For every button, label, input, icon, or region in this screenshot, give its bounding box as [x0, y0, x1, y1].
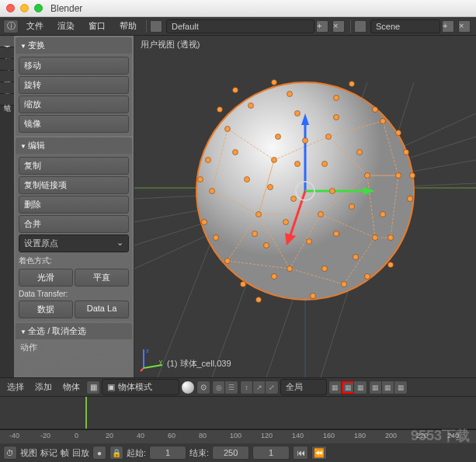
tl-menu-frame[interactable]: 帧 [61, 447, 69, 459]
rotate-button[interactable]: 旋转 [19, 76, 129, 94]
mode-dropdown[interactable]: ▣ 物体模式 [102, 379, 179, 395]
svg-point-66 [252, 231, 258, 237]
scene-add-icon[interactable]: + [442, 20, 454, 33]
svg-point-57 [245, 177, 250, 182]
svg-point-25 [396, 173, 401, 179]
svg-point-50 [268, 185, 273, 190]
vtab-physics[interactable]: 物理 [0, 82, 14, 94]
scene-field[interactable]: Scene [370, 19, 440, 33]
cube-icon: ▣ [107, 382, 115, 392]
screen-layout-field[interactable]: Default [166, 19, 314, 33]
3d-viewport[interactable]: 用户视图 (透视) [134, 36, 476, 377]
menu-help[interactable]: 帮助 [113, 18, 143, 34]
auto-keyframe-icon[interactable]: ● [92, 446, 106, 460]
transform-header[interactable]: 变换 [16, 37, 132, 54]
timeline-header: ⏱ 视图 标记 帧 回放 ● 🔒 起始: 1 结束: 250 1 ⏮ ⏪ [0, 443, 476, 462]
timeline-editor-icon[interactable]: ⏱ [3, 446, 17, 460]
svg-point-49 [410, 173, 415, 179]
editor-type-3dview-icon[interactable]: ▦ [86, 380, 100, 394]
svg-point-45 [233, 88, 238, 93]
shade-smooth-button[interactable]: 光滑 [19, 269, 73, 287]
scale-button[interactable]: 缩放 [19, 96, 129, 113]
transform-group[interactable]: ↕ ↗ ⤢ [240, 380, 279, 394]
svg-point-18 [272, 158, 277, 163]
svg-point-26 [287, 266, 293, 272]
svg-point-55 [334, 231, 339, 237]
vp-menu-add[interactable]: 添加 [30, 379, 57, 395]
layers-group-2[interactable]: ▦▦▦ [369, 380, 408, 394]
layout-add-icon[interactable]: + [316, 20, 328, 33]
svg-point-61 [276, 134, 281, 140]
vtab-tools[interactable]: 工具 [0, 36, 14, 47]
pivot-icon[interactable]: ⊙ [196, 380, 210, 394]
svg-point-71 [214, 235, 219, 241]
svg-point-40 [311, 294, 316, 299]
start-frame-field[interactable]: 1 [149, 446, 186, 460]
svg-point-73 [256, 297, 262, 303]
data-button[interactable]: 数据 [19, 300, 73, 318]
menu-file[interactable]: 文件 [20, 18, 50, 34]
vp-menu-object[interactable]: 物体 [58, 379, 85, 395]
translate-button[interactable]: 移动 [19, 57, 129, 75]
svg-point-28 [373, 235, 378, 241]
zoom-window-button[interactable] [34, 4, 43, 12]
layers-group[interactable]: ▦ ▦ ▦ [328, 380, 367, 394]
editor-type-icon[interactable]: ⓘ [3, 19, 19, 33]
timeline-track[interactable] [0, 397, 476, 429]
edit-header[interactable]: 编辑 [16, 137, 132, 154]
scene-browse-icon[interactable] [354, 20, 367, 33]
end-frame-field[interactable]: 250 [212, 446, 249, 460]
svg-point-72 [388, 262, 394, 268]
svg-point-69 [322, 266, 328, 272]
set-origin-dropdown[interactable]: 设置原点 [19, 234, 129, 252]
viewport-shading-icon[interactable] [181, 380, 195, 394]
svg-point-42 [295, 111, 301, 116]
toolshelf-tabs: 工具 创建 关系 动画 物理 蜡笔 [0, 36, 14, 377]
vtab-relations[interactable]: 关系 [0, 59, 14, 71]
timeline-ruler[interactable]: -40 -20 0 20 40 60 80 100 120 140 160 18… [0, 429, 476, 443]
shade-flat-button[interactable]: 平直 [75, 269, 129, 287]
tl-menu-marker[interactable]: 标记 [40, 447, 57, 459]
end-label: 结束: [189, 447, 209, 459]
playhead[interactable] [85, 397, 87, 429]
vtab-animation[interactable]: 动画 [0, 71, 14, 82]
svg-point-52 [330, 189, 335, 194]
manip-robot-icon: ☰ [225, 381, 238, 394]
svg-line-76 [144, 365, 162, 368]
orientation-dropdown[interactable]: 全局 [280, 379, 327, 395]
svg-point-59 [233, 150, 238, 155]
svg-point-62 [303, 138, 308, 144]
menu-render[interactable]: 渲染 [51, 18, 81, 34]
svg-point-48 [198, 177, 203, 182]
scene-del-icon[interactable]: × [458, 20, 471, 33]
duplicate-button[interactable]: 复制 [19, 157, 129, 175]
screen-browse-icon[interactable] [150, 20, 162, 33]
jump-start-icon[interactable]: ⏮ [293, 446, 308, 460]
svg-point-54 [307, 239, 312, 245]
minimize-window-button[interactable] [20, 4, 29, 12]
layout-del-icon[interactable]: × [332, 20, 345, 33]
tl-menu-playback[interactable]: 回放 [72, 447, 89, 459]
delete-button[interactable]: 删除 [19, 196, 129, 214]
manipulator-group[interactable]: ◎☰ [212, 380, 238, 394]
lock-icon[interactable]: 🔒 [109, 446, 123, 460]
tl-menu-view[interactable]: 视图 [20, 447, 37, 459]
prev-keyframe-icon[interactable]: ⏪ [311, 446, 327, 460]
svg-point-36 [404, 150, 409, 155]
svg-point-64 [349, 204, 355, 210]
mirror-button[interactable]: 镜像 [19, 115, 129, 133]
vp-menu-select[interactable]: 选择 [2, 379, 29, 395]
current-frame-field[interactable]: 1 [252, 446, 290, 460]
svg-line-78 [141, 368, 144, 371]
svg-point-47 [217, 107, 223, 113]
close-window-button[interactable] [6, 4, 15, 12]
svg-point-67 [353, 255, 359, 260]
menu-window[interactable]: 窗口 [82, 18, 112, 34]
data-layout-button[interactable]: Data La [75, 300, 129, 318]
join-button[interactable]: 合并 [19, 215, 129, 233]
vtab-greasepencil[interactable]: 蜡笔 [0, 94, 14, 106]
vtab-create[interactable]: 创建 [0, 47, 14, 59]
duplicate-linked-button[interactable]: 复制链接项 [19, 176, 129, 194]
select-all-header[interactable]: 全选 / 取消全选 [16, 323, 132, 339]
svg-point-70 [380, 212, 386, 217]
